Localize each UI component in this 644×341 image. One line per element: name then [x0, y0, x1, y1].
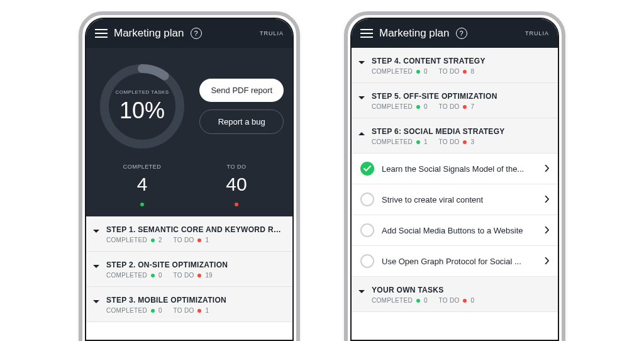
step-title: YOUR OWN TASKS: [372, 286, 548, 294]
step-row[interactable]: STEP 1. SEMANTIC CORE AND KEYWORD RE... …: [86, 216, 292, 252]
hamburger-icon[interactable]: [360, 29, 373, 38]
progress-value: 10%: [119, 98, 165, 124]
chevron-up-icon: [358, 130, 365, 137]
brand-label: TRULIA: [525, 30, 549, 36]
task-row[interactable]: Add Social Media Buttons to a Website: [352, 215, 558, 246]
dot-green-icon: [416, 299, 420, 303]
progress-label: COMPLETED TASKS: [116, 89, 169, 95]
dot-green-icon: [151, 238, 155, 242]
chevron-down-icon: [92, 298, 100, 306]
stat-todo-value: 40: [189, 174, 284, 195]
dot-red-icon: [197, 238, 201, 242]
chevron-right-icon: [545, 225, 549, 236]
step-title: STEP 5. OFF-SITE OPTIMIZATION: [372, 92, 548, 101]
step-row[interactable]: STEP 4. CONTENT STRATEGY COMPLETED 0 TO …: [352, 48, 558, 83]
dot-red-icon: [235, 203, 238, 206]
steps-list-right: STEP 4. CONTENT STRATEGY COMPLETED 0 TO …: [352, 48, 558, 154]
progress-ring: COMPLETED TASKS 10%: [95, 59, 189, 154]
step-row[interactable]: YOUR OWN TASKS COMPLETED 0 TO DO 0: [352, 277, 558, 312]
chevron-right-icon: [545, 255, 549, 267]
step-meta: COMPLETED 0 TO DO 7: [372, 103, 548, 110]
report-bug-button[interactable]: Report a bug: [199, 109, 284, 134]
step-title: STEP 6: SOCIAL MEDIA STRATEGY: [372, 127, 548, 136]
circle-icon[interactable]: [360, 193, 374, 206]
dot-green-icon: [416, 140, 420, 144]
chevron-right-icon: [545, 163, 549, 174]
phone-left: Marketing plan ? TRULIA COMPLETED TASKS …: [79, 11, 300, 341]
chevron-down-icon: [358, 288, 365, 296]
chevron-down-icon: [358, 59, 365, 67]
screen-right: Marketing plan ? TRULIA STEP 4. CONTENT …: [350, 18, 559, 341]
dot-red-icon: [197, 309, 201, 313]
circle-icon[interactable]: [360, 254, 374, 268]
chevron-right-icon: [545, 194, 549, 205]
step-row[interactable]: STEP 6: SOCIAL MEDIA STRATEGY COMPLETED …: [352, 118, 558, 154]
chevron-down-icon: [358, 94, 365, 102]
dot-green-icon: [416, 105, 420, 109]
stat-todo-label: TO DO: [189, 164, 284, 170]
dot-green-icon: [151, 309, 155, 313]
step-meta: COMPLETED 0 TO DO 19: [106, 272, 282, 279]
dot-green-icon: [416, 70, 420, 74]
dot-red-icon: [463, 299, 467, 303]
task-title: Use Open Graph Protocol for Social ...: [382, 257, 537, 266]
steps-list-left: STEP 1. SEMANTIC CORE AND KEYWORD RE... …: [86, 216, 292, 322]
phone-right: Marketing plan ? TRULIA STEP 4. CONTENT …: [344, 11, 565, 341]
circle-icon[interactable]: [360, 223, 374, 237]
step-title: STEP 1. SEMANTIC CORE AND KEYWORD RE...: [106, 225, 282, 234]
help-icon[interactable]: ?: [456, 28, 467, 39]
step-meta: COMPLETED 0 TO DO 0: [372, 297, 548, 304]
stat-completed: COMPLETED 4: [95, 164, 189, 209]
step-meta: COMPLETED 0 TO DO 8: [372, 68, 548, 75]
step-title: STEP 3. MOBILE OPTIMIZATION: [106, 296, 282, 305]
hamburger-icon[interactable]: [95, 29, 108, 38]
stat-todo: TO DO 40: [189, 164, 284, 209]
task-row[interactable]: Learn the Social Signals Model of the...: [352, 154, 558, 184]
dot-green-icon: [140, 203, 144, 206]
task-title: Learn the Social Signals Model of the...: [382, 164, 537, 174]
step-title: STEP 4. CONTENT STRATEGY: [372, 57, 548, 65]
task-title: Strive to create viral content: [382, 195, 537, 204]
task-row[interactable]: Use Open Graph Protocol for Social ...: [352, 246, 558, 277]
screen-left: Marketing plan ? TRULIA COMPLETED TASKS …: [85, 18, 294, 341]
tasks-list: Learn the Social Signals Model of the...…: [352, 154, 558, 277]
checkmark-icon[interactable]: [360, 162, 374, 176]
step-title: STEP 2. ON-SITE OPTIMIZATION: [106, 260, 282, 269]
step-meta: COMPLETED 0 TO DO 1: [106, 307, 282, 314]
stat-completed-label: COMPLETED: [95, 164, 189, 170]
page-title: Marketing plan: [114, 27, 184, 40]
app-header: Marketing plan ? TRULIA: [86, 19, 292, 48]
stat-completed-value: 4: [95, 174, 189, 195]
chevron-down-icon: [92, 228, 100, 235]
app-header: Marketing plan ? TRULIA: [352, 19, 558, 48]
dot-green-icon: [151, 274, 155, 277]
brand-label: TRULIA: [260, 30, 284, 36]
task-title: Add Social Media Buttons to a Website: [382, 226, 537, 235]
task-row[interactable]: Strive to create viral content: [352, 184, 558, 215]
chevron-down-icon: [92, 263, 100, 271]
dot-red-icon: [197, 274, 201, 277]
dashboard-panel: COMPLETED TASKS 10% Send PDF report Repo…: [86, 48, 292, 216]
step-meta: COMPLETED 1 TO DO 3: [372, 138, 548, 145]
step-meta: COMPLETED 2 TO DO 1: [106, 237, 282, 243]
step-row[interactable]: STEP 2. ON-SITE OPTIMIZATION COMPLETED 0…: [86, 252, 292, 287]
page-title: Marketing plan: [379, 27, 450, 40]
step-row[interactable]: STEP 5. OFF-SITE OPTIMIZATION COMPLETED …: [352, 83, 558, 118]
dot-red-icon: [463, 140, 467, 144]
help-icon[interactable]: ?: [191, 28, 202, 39]
dot-red-icon: [463, 70, 467, 74]
send-pdf-button[interactable]: Send PDF report: [199, 79, 284, 102]
step-row[interactable]: STEP 3. MOBILE OPTIMIZATION COMPLETED 0 …: [86, 287, 292, 322]
dot-red-icon: [463, 105, 467, 109]
steps-list-own: YOUR OWN TASKS COMPLETED 0 TO DO 0: [352, 277, 558, 312]
